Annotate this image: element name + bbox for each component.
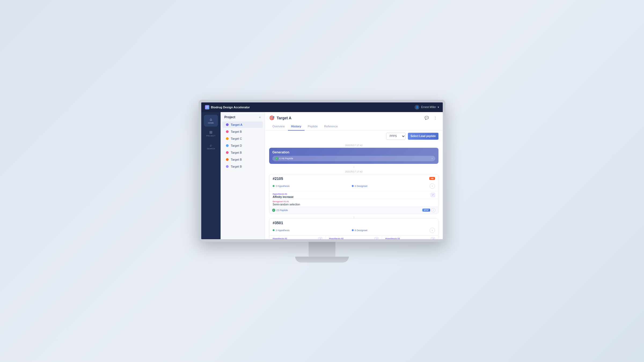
collapse-button[interactable]: « (259, 115, 261, 119)
hypothesis-dot-icon-3501 (273, 229, 275, 231)
hyp-label-3501-01: Hypothesis 01 (273, 237, 294, 239)
timeline-line-2 (354, 216, 354, 218)
more-options-button[interactable]: ⋮ (432, 115, 438, 121)
time-label-2: 2021/5/17 17:42 (269, 170, 438, 173)
nav-item-target-b4[interactable]: Target B (222, 163, 263, 170)
home-icon: ⌂ (210, 117, 212, 121)
nav-item-target-b1[interactable]: Target B (222, 128, 263, 135)
nav-item-target-a[interactable]: Target A (222, 121, 263, 128)
nav-dot-b1 (226, 130, 229, 133)
run-card-3501: #3501 3 Hypothesis 8 Designset (269, 218, 438, 239)
grid-icon: ⊞ (209, 130, 213, 134)
nav-label-a: Target A (231, 123, 242, 126)
hypothesis-row-01: Hypothesis 01 Affinity increase ⤢ (269, 191, 438, 199)
generation-title: Generation (272, 150, 435, 154)
nav-item-target-c[interactable]: Target C (222, 135, 263, 142)
designset-dot-icon (352, 185, 354, 187)
designset-count-3501: 8 Designset (355, 229, 368, 232)
nav-label-b1: Target B (231, 130, 242, 133)
sidebar-item-home[interactable]: ⌂ HOME (204, 115, 218, 127)
search-icon: ⌕ (210, 143, 212, 147)
hypothesis-count-3501: 3 Hypothesis (276, 229, 290, 232)
peptide-count-01-01: 23 Peptide (276, 209, 288, 212)
nav-dot-b4 (226, 165, 229, 168)
page-title: Target A (277, 116, 291, 120)
generation-pill[interactable]: ✓ 6 Hit Peptide › (272, 156, 435, 161)
hit-peptide-count: 6 Hit Peptide (279, 157, 293, 160)
generation-card: Generation ✓ 6 Hit Peptide › (269, 148, 438, 164)
run-col-3: Hypothesis 03 solubility improvement ⤢ D… (382, 235, 438, 239)
designset-count-2105: 6 Designset (355, 185, 368, 187)
nav-label-c: Target C (231, 137, 242, 140)
tab-overview-label: Overview (272, 125, 285, 128)
nav-panel-header: Project « (221, 112, 265, 121)
tab-overview[interactable]: Overview (269, 124, 288, 131)
generation-arrow-icon: › (432, 157, 433, 160)
nav-label-b4: Target B (231, 165, 242, 168)
tab-peptide[interactable]: Peptide (305, 124, 321, 131)
hypothesis-info-3501-01: Hypothesis 01 Affinity increase (273, 237, 294, 239)
hyp-expand-3501-02[interactable]: ⤢ (374, 237, 379, 239)
designset-stat-2105: 6 Designset (352, 185, 368, 187)
run-col-2: Hypothesis 02 solubility improvement ⤢ D… (326, 235, 382, 239)
sidebar-project-label: Project (206, 135, 216, 137)
hypothesis-stat-3501: 3 Hypothesis (273, 229, 290, 232)
run-expand-arrow-3501[interactable]: › (430, 228, 435, 233)
nav-dot-a (226, 123, 229, 126)
peptide-pill-01-01: ✓ 23 Peptide SPDF › (269, 206, 438, 214)
hyp-expand-3501-03[interactable]: ⤢ (431, 237, 435, 239)
hyp-label-3501-03: Hypothesis 03 (385, 237, 415, 239)
nav-item-target-b3[interactable]: Target B (222, 156, 263, 163)
hypothesis-row-3501-03: Hypothesis 03 solubility improvement ⤢ (382, 235, 438, 239)
user-area[interactable]: 👤 Ernest Miller ▾ (415, 105, 439, 110)
designset-label-01-01: Designset 01-01 (273, 200, 435, 203)
run-col-1: Hypothesis 01 Affinity increase ⤢ Design… (269, 235, 326, 239)
designset-dot-icon-3501 (352, 229, 354, 231)
toolbar-row: PPPS SPDF OTHER Select Lead peptide (265, 131, 443, 142)
peptide-pill-arrow-01-01[interactable]: › (431, 208, 436, 212)
app: ⬡ Biodrug Design Accelerator 👤 Ernest Mi… (201, 102, 443, 239)
peptide-check-icon: ✓ (272, 209, 275, 212)
brand-label: Biodrug Design Accelerator (211, 106, 250, 109)
chat-icon-button[interactable]: 💬 (423, 115, 430, 121)
run-expanded-body-3501: Hypothesis 01 Affinity increase ⤢ Design… (269, 235, 438, 239)
tab-reference[interactable]: Reference (321, 124, 341, 131)
timeline-line-1 (354, 166, 354, 168)
generation-pill-left: ✓ 6 Hit Peptide (275, 157, 293, 160)
nav-label-b3: Target B (231, 158, 242, 161)
ppps-dropdown[interactable]: PPPS SPDF OTHER (386, 133, 406, 140)
nav-panel-title: Project (224, 115, 235, 119)
content-header: 🎯 Target A 💬 ⋮ Overview (265, 112, 443, 131)
hypothesis-row-3501-01: Hypothesis 01 Affinity increase ⤢ (269, 235, 325, 239)
monitor-stand-neck (309, 242, 335, 257)
nav-dot-d (226, 144, 229, 147)
run-id-3501: #3501 (273, 221, 283, 225)
sidebar-item-search[interactable]: ⌕ Search (204, 141, 218, 152)
hyp-expand-3501-01[interactable]: ⤢ (318, 237, 322, 239)
nav-dot-b3 (226, 158, 229, 161)
run-header-3501: #3501 (269, 219, 438, 227)
tab-history[interactable]: History (288, 124, 305, 131)
designset-row-01-01: Designset 01-01 Semi-random selection (269, 199, 438, 206)
peptide-pill-left-01-01: ✓ 23 Peptide (272, 209, 288, 212)
monitor-stand-base (295, 257, 349, 263)
nav-label-b2: Target B (231, 151, 242, 154)
monitor-screen: ⬡ Biodrug Design Accelerator 👤 Ernest Mi… (199, 100, 445, 242)
select-lead-peptide-button[interactable]: Select Lead peptide (408, 133, 438, 140)
nav-item-target-b2[interactable]: Target B (222, 149, 263, 156)
sidebar-item-project[interactable]: ⊞ Project (204, 128, 218, 139)
nav-dot-c (226, 137, 229, 140)
nav-label-d: Target D (231, 144, 242, 147)
main-area: ⌂ HOME ⊞ Project ⌕ Search Project (201, 112, 443, 239)
run-stats-2105: 3 Hypothesis 6 Designset › (269, 182, 438, 191)
sidebar-home-label: HOME (208, 122, 214, 124)
timeline-content[interactable]: 2021/5/17 17:42 Generation ✓ 6 Hit Pepti… (265, 142, 443, 239)
nav-item-target-d[interactable]: Target D (222, 142, 263, 149)
tabs: Overview History Peptide Reference (269, 123, 438, 130)
hypothesis-stat-2105: 3 Hypothesis (273, 185, 290, 187)
hypothesis-expand-btn-01[interactable]: ⤢ (431, 193, 435, 197)
hypothesis-count-2105: 3 Hypothesis (276, 185, 290, 187)
time-label-1: 2021/5/17 17:42 (269, 144, 438, 147)
run-expand-arrow-2105[interactable]: › (430, 183, 435, 189)
user-name: Ernest Miller (421, 106, 436, 109)
